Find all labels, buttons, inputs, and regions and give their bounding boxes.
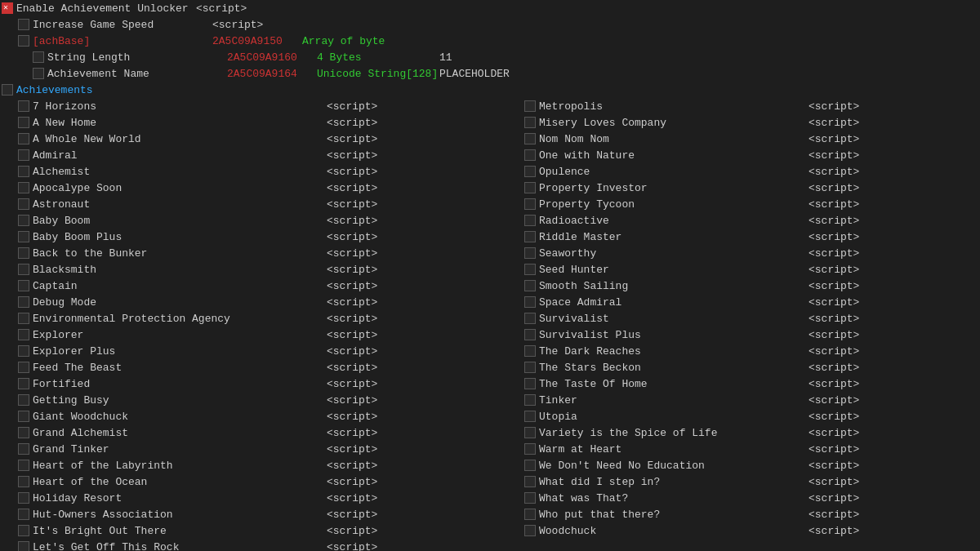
right-ach-checkbox-8[interactable] <box>524 231 536 242</box>
right-achievement-row: Utopia <script> <box>506 408 980 424</box>
right-ach-checkbox-14[interactable] <box>524 329 536 340</box>
right-ach-checkbox-3[interactable] <box>524 149 536 161</box>
right-ach-checkbox-4[interactable] <box>524 166 536 177</box>
right-ach-checkbox-23[interactable] <box>524 476 536 487</box>
right-ach-checkbox-16[interactable] <box>524 362 536 373</box>
ach-name-checkbox[interactable] <box>33 68 44 79</box>
left-ach-name: Grand Tinker <box>33 443 327 455</box>
left-ach-name: 7 Horizons <box>33 100 327 113</box>
left-ach-checkbox-22[interactable] <box>18 460 29 471</box>
right-ach-checkbox-26[interactable] <box>524 525 536 536</box>
right-ach-checkbox-22[interactable] <box>524 460 536 471</box>
left-achievement-row: Feed The Beast <script> <box>0 359 506 375</box>
left-ach-checkbox-10[interactable] <box>18 264 29 275</box>
left-ach-checkbox-23[interactable] <box>18 476 29 487</box>
left-ach-name: Heart of the Labyrinth <box>33 460 327 472</box>
right-ach-checkbox-1[interactable] <box>524 117 536 128</box>
right-ach-checkbox-13[interactable] <box>524 313 536 324</box>
right-ach-checkbox-17[interactable] <box>524 378 536 389</box>
right-achievement-row: Space Admiral <script> <box>506 294 980 310</box>
left-ach-checkbox-8[interactable] <box>18 231 29 242</box>
left-ach-script: <script> <box>327 313 377 325</box>
left-ach-checkbox-16[interactable] <box>18 362 29 373</box>
right-ach-checkbox-12[interactable] <box>524 296 536 308</box>
right-achievement-row: Property Investor <script> <box>506 180 980 196</box>
left-ach-checkbox-20[interactable] <box>18 427 29 438</box>
left-ach-checkbox-1[interactable] <box>18 117 29 128</box>
right-ach-checkbox-25[interactable] <box>524 509 536 520</box>
right-achievement-row: The Dark Reaches <script> <box>506 343 980 359</box>
right-ach-checkbox-9[interactable] <box>524 247 536 259</box>
increase-speed-row: Increase Game Speed <script> <box>0 16 980 33</box>
right-ach-checkbox-19[interactable] <box>524 411 536 422</box>
enable-checkbox[interactable] <box>2 2 13 14</box>
left-ach-checkbox-27[interactable] <box>18 541 29 551</box>
right-ach-script: <script> <box>808 100 859 113</box>
left-ach-checkbox-5[interactable] <box>18 182 29 193</box>
right-ach-checkbox-21[interactable] <box>524 443 536 455</box>
left-ach-checkbox-24[interactable] <box>18 492 29 504</box>
string-length-checkbox[interactable] <box>33 51 44 63</box>
left-ach-checkbox-21[interactable] <box>18 443 29 455</box>
left-ach-checkbox-19[interactable] <box>18 411 29 422</box>
left-ach-script: <script> <box>327 378 377 390</box>
left-achievement-row: Getting Busy <script> <box>0 392 506 408</box>
right-ach-checkbox-11[interactable] <box>524 280 536 291</box>
right-ach-checkbox-15[interactable] <box>524 345 536 357</box>
ach-base-label: [achBase] <box>33 35 212 47</box>
left-ach-checkbox-2[interactable] <box>18 133 29 144</box>
left-ach-checkbox-13[interactable] <box>18 313 29 324</box>
main-container: Enable Achievement Unlocker <script> Inc… <box>0 0 980 551</box>
left-achievement-row: It's Bright Out There <script> <box>0 522 506 539</box>
left-achievement-row: Heart of the Ocean <script> <box>0 473 506 490</box>
right-ach-name: Seed Hunter <box>539 264 808 276</box>
right-ach-checkbox-18[interactable] <box>524 394 536 406</box>
ach-base-checkbox[interactable] <box>18 35 29 47</box>
right-ach-script: <script> <box>808 215 859 227</box>
left-ach-checkbox-18[interactable] <box>18 394 29 406</box>
left-ach-checkbox-3[interactable] <box>18 149 29 161</box>
left-ach-checkbox-12[interactable] <box>18 296 29 308</box>
achievements-section-checkbox[interactable] <box>2 84 13 96</box>
left-ach-checkbox-14[interactable] <box>18 329 29 340</box>
left-achievement-row: 7 Horizons <script> <box>0 98 506 114</box>
right-achievement-row: Survivalist Plus <script> <box>506 327 980 343</box>
right-ach-name: The Taste Of Home <box>539 378 808 390</box>
right-ach-checkbox-24[interactable] <box>524 492 536 504</box>
increase-speed-checkbox[interactable] <box>18 19 29 30</box>
right-ach-name: One with Nature <box>539 149 808 162</box>
left-ach-checkbox-11[interactable] <box>18 280 29 291</box>
left-achievement-row: Astronaut <script> <box>0 196 506 212</box>
left-achievement-row: Baby Boom Plus <script> <box>0 229 506 245</box>
left-ach-checkbox-0[interactable] <box>18 100 29 112</box>
left-ach-checkbox-7[interactable] <box>18 215 29 226</box>
left-ach-checkbox-26[interactable] <box>18 525 29 536</box>
right-ach-checkbox-5[interactable] <box>524 182 536 193</box>
right-ach-checkbox-2[interactable] <box>524 133 536 144</box>
left-ach-name: A New Home <box>33 117 327 129</box>
left-ach-checkbox-25[interactable] <box>18 509 29 520</box>
left-ach-checkbox-15[interactable] <box>18 345 29 357</box>
left-ach-name: It's Bright Out There <box>33 525 327 537</box>
right-ach-checkbox-6[interactable] <box>524 198 536 210</box>
left-ach-checkbox-17[interactable] <box>18 378 29 389</box>
achievements-section-row: Achievements <box>0 82 980 98</box>
right-ach-checkbox-20[interactable] <box>524 427 536 438</box>
left-ach-name: Giant Woodchuck <box>33 411 327 423</box>
left-achievement-row: Grand Alchemist <script> <box>0 424 506 441</box>
left-ach-checkbox-9[interactable] <box>18 247 29 259</box>
right-achievement-row: Seed Hunter <script> <box>506 261 980 278</box>
left-ach-script: <script> <box>327 492 377 504</box>
right-ach-checkbox-10[interactable] <box>524 264 536 275</box>
left-achievement-row: Debug Mode <script> <box>0 294 506 310</box>
right-achievement-row: Metropolis <script> <box>506 98 980 114</box>
right-achievements-col: Metropolis <script> Misery Loves Company… <box>506 98 980 551</box>
right-ach-checkbox-7[interactable] <box>524 215 536 226</box>
left-ach-checkbox-6[interactable] <box>18 198 29 210</box>
left-achievement-row: Fortified <script> <box>0 375 506 392</box>
right-ach-checkbox-0[interactable] <box>524 100 536 112</box>
right-ach-script: <script> <box>808 476 859 488</box>
left-ach-checkbox-4[interactable] <box>18 166 29 177</box>
right-ach-name: Survivalist Plus <box>539 329 808 341</box>
left-achievement-row: Heart of the Labyrinth <script> <box>0 457 506 473</box>
